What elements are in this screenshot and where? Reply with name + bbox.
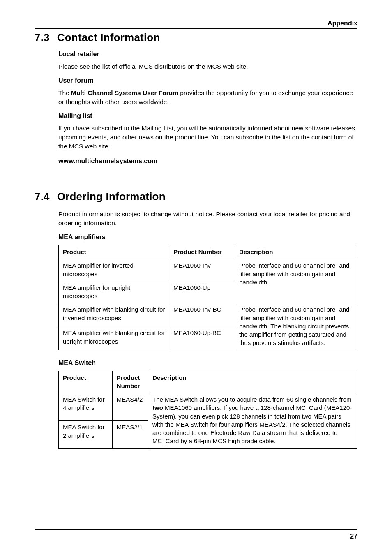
- cell-product: MEA Switch for 2 amplifiers: [59, 421, 113, 448]
- ordering-intro: Product information is subject to change…: [58, 210, 357, 228]
- page-number: 27: [350, 533, 357, 540]
- cell-pn: MEA1060-Up: [169, 281, 235, 303]
- mea-switch-heading: MEA Switch: [58, 359, 357, 367]
- user-forum-heading: User forum: [58, 77, 357, 84]
- section-7-3-heading: 7.3 Contact Information: [35, 31, 357, 44]
- cell-pn: MEA1060-Inv-BC: [169, 303, 235, 326]
- mea-switch-table: Product Product Number Description MEA S…: [58, 371, 357, 449]
- desc-rest: MEA1060 amplifiers. If you have a 128-ch…: [152, 404, 352, 444]
- col-product-number: Product Number: [169, 245, 235, 259]
- website-line: www.multichannelsystems.com: [58, 157, 357, 165]
- col-product: Product: [59, 371, 113, 393]
- page-root: Appendix 7.3 Contact Information Local r…: [0, 0, 392, 555]
- local-retailer-text: Please see the list of official MCS dist…: [58, 62, 357, 71]
- table-row: MEA amplifier for inverted microscopes M…: [59, 259, 357, 281]
- col-description: Description: [148, 371, 357, 393]
- cell-product: MEA Switch for 4 amplifiers: [59, 393, 113, 421]
- cell-product: MEA amplifier with blanking circuit for …: [59, 326, 169, 350]
- desc-bold: two: [152, 404, 163, 411]
- desc-lead: The MEA Switch allows you to acquire dat…: [152, 396, 351, 403]
- user-forum-lead: The: [58, 89, 71, 96]
- section-number: 7.4: [35, 190, 50, 203]
- mea-amplifiers-heading: MEA amplifiers: [58, 234, 357, 241]
- section-7-4-body: Product information is subject to change…: [58, 210, 357, 449]
- mea-amplifiers-table: Product Product Number Description MEA a…: [58, 245, 357, 350]
- cell-pn: MEAS2/1: [112, 421, 148, 448]
- mailing-list-text: If you have subscribed to the Mailing Li…: [58, 124, 357, 151]
- cell-description: Probe interface and 60 channel pre- and …: [235, 303, 357, 350]
- table-row: MEA Switch for 4 amplifiers MEAS4/2 The …: [59, 393, 357, 421]
- footer-rule: [35, 529, 357, 530]
- section-title: Contact Information: [57, 31, 160, 44]
- user-forum-bold: Multi Channel Systems User Forum: [71, 89, 178, 96]
- local-retailer-heading: Local retailer: [58, 51, 357, 58]
- col-description: Description: [235, 245, 357, 259]
- running-head: Appendix: [35, 20, 357, 27]
- col-product: Product: [59, 245, 169, 259]
- col-product-number: Product Number: [112, 371, 148, 393]
- cell-description: Probe interface and 60 channel pre- and …: [235, 259, 357, 303]
- cell-product: MEA amplifier for upright microscopes: [59, 281, 169, 303]
- section-7-4-heading: 7.4 Ordering Information: [35, 190, 357, 203]
- cell-pn: MEA1060-Inv: [169, 259, 235, 281]
- section-number: 7.3: [35, 31, 50, 44]
- section-title: Ordering Information: [57, 190, 166, 203]
- cell-description: The MEA Switch allows you to acquire dat…: [148, 393, 357, 449]
- cell-pn: MEAS4/2: [112, 393, 148, 421]
- mailing-list-heading: Mailing list: [58, 112, 357, 120]
- table-header-row: Product Product Number Description: [59, 371, 357, 393]
- cell-product: MEA amplifier for inverted microscopes: [59, 259, 169, 281]
- section-7-3-body: Local retailer Please see the list of of…: [58, 51, 357, 165]
- table-row: MEA amplifier with blanking circuit for …: [59, 303, 357, 326]
- table-header-row: Product Product Number Description: [59, 245, 357, 259]
- cell-pn: MEA1060-Up-BC: [169, 326, 235, 350]
- cell-product: MEA amplifier with blanking circuit for …: [59, 303, 169, 326]
- user-forum-text: The Multi Channel Systems User Forum pro…: [58, 88, 357, 106]
- section-rule-top: [35, 28, 357, 29]
